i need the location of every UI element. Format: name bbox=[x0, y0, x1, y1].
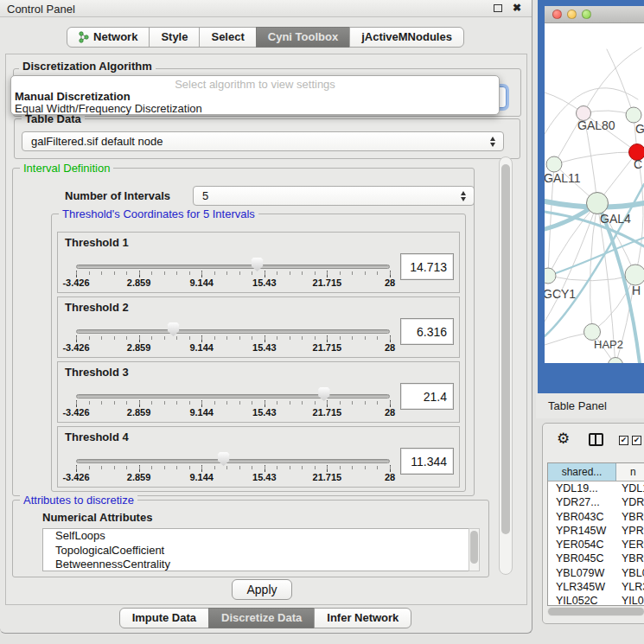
apply-button[interactable]: Apply bbox=[232, 579, 292, 600]
panel-scrollbar[interactable] bbox=[499, 156, 513, 575]
table-cell[interactable]: YPR145W bbox=[548, 524, 616, 538]
minimize-traffic-light[interactable] bbox=[567, 10, 577, 19]
threshold-slider-thumb[interactable] bbox=[167, 322, 180, 336]
scrollbar-thumb[interactable] bbox=[470, 531, 478, 564]
table-cell[interactable]: YLR345W bbox=[548, 580, 616, 594]
threshold-slider-track[interactable] bbox=[76, 394, 390, 399]
network-node[interactable] bbox=[545, 268, 556, 284]
tab-jactivemnodules[interactable]: jActiveMNodules bbox=[349, 27, 464, 48]
slider-tick-label: 21.715 bbox=[313, 342, 342, 353]
network-edge bbox=[607, 49, 634, 115]
number-of-intervals-spinner[interactable]: 5 bbox=[193, 186, 475, 206]
dropdown-item-manual-discretization[interactable]: Manual Discretization bbox=[15, 90, 131, 103]
table-header-shared-name[interactable]: shared... bbox=[548, 463, 616, 481]
tab-label: jActiveMNodules bbox=[361, 28, 452, 47]
tab-discretize-data[interactable]: Discretize Data bbox=[208, 608, 315, 628]
table-cell[interactable]: YLR3 bbox=[616, 580, 644, 594]
table-horizontal-scrollbar[interactable] bbox=[547, 607, 644, 616]
tab-select[interactable]: Select bbox=[199, 27, 256, 48]
tab-infer-network[interactable]: Infer Network bbox=[314, 608, 411, 628]
node-attribute-table[interactable]: shared... n YDL19...YDL1YDR27...YDR2YBR0… bbox=[547, 462, 644, 606]
slider-tick-label: 15.43 bbox=[252, 407, 277, 418]
tab-impute-data[interactable]: Impute Data bbox=[119, 608, 209, 628]
table-cell[interactable]: YBL079W bbox=[548, 566, 616, 580]
network-node-label: GAL11 bbox=[545, 171, 581, 185]
threshold-slider-track[interactable] bbox=[76, 329, 390, 334]
slider-tick-label: -3.426 bbox=[62, 277, 89, 288]
slider-tick-label: 28 bbox=[385, 342, 395, 353]
threshold-value-field[interactable]: 11.344 bbox=[400, 448, 454, 475]
network-node[interactable] bbox=[625, 265, 644, 285]
threshold-slider-thumb[interactable] bbox=[317, 387, 330, 401]
table-cell[interactable]: YBL0 bbox=[616, 566, 644, 580]
table-cell[interactable]: YBR045C bbox=[548, 552, 616, 565]
network-node-label: C bbox=[634, 157, 642, 171]
table-row[interactable]: YBL079WYBL0 bbox=[548, 566, 644, 580]
table-cell[interactable]: YDL19... bbox=[548, 481, 616, 495]
table-cell[interactable]: YDL1 bbox=[616, 481, 644, 495]
threshold-value-field[interactable]: 21.4 bbox=[400, 383, 454, 410]
table-row[interactable]: YDR27...YDR2 bbox=[548, 495, 644, 509]
table-cell[interactable]: YER054C bbox=[548, 538, 616, 552]
tab-style[interactable]: Style bbox=[149, 27, 200, 48]
cyni-toolbox-panel: Discretization Algorithm Select algorith… bbox=[5, 54, 527, 605]
interval-definition-group: Interval Definition Number of Intervals … bbox=[12, 168, 475, 496]
checkbox-icon[interactable]: ✔ bbox=[619, 436, 628, 445]
list-item[interactable]: SelfLoops bbox=[43, 529, 479, 544]
network-canvas[interactable]: GAL80GCGAL11GAL4GCY1HHAP2 bbox=[545, 23, 644, 363]
slider-tick-label: 2.859 bbox=[127, 277, 151, 288]
threshold-value: 14.713 bbox=[410, 254, 447, 280]
threshold-row-2: Threshold 2 -3.4262.8599.14415.4321.7152… bbox=[57, 296, 460, 358]
checkbox-icon[interactable]: ✔ bbox=[632, 436, 641, 445]
slider-tick-label: 2.859 bbox=[127, 407, 151, 418]
list-item[interactable]: TopologicalCoefficient bbox=[43, 544, 479, 558]
table-cell[interactable]: YDR27... bbox=[548, 495, 616, 509]
table-cell[interactable]: YPR1 bbox=[616, 524, 644, 538]
network-edge bbox=[554, 152, 637, 164]
table-cell[interactable]: YBR043C bbox=[548, 510, 616, 524]
table-cell[interactable]: YER0 bbox=[616, 538, 644, 552]
table-row[interactable]: YIL052CYIL0 bbox=[548, 594, 644, 606]
network-canvas-svg[interactable]: GAL80GCGAL11GAL4GCY1HHAP2 bbox=[545, 23, 644, 363]
close-icon[interactable]: ✖ bbox=[513, 2, 521, 14]
scrollbar-thumb[interactable] bbox=[501, 164, 510, 534]
threshold-value-field[interactable]: 14.713 bbox=[400, 253, 454, 280]
tab-cyni-toolbox[interactable]: Cyni Toolbox bbox=[256, 27, 350, 48]
float-window-icon[interactable] bbox=[494, 4, 502, 12]
list-item[interactable]: BetweennessCentrality bbox=[43, 558, 479, 571]
table-row[interactable]: YLR345WYLR3 bbox=[548, 580, 644, 594]
thresholds-group-label: Threshold's Coordinates for 5 Intervals bbox=[59, 207, 258, 220]
attributes-list-scrollbar[interactable] bbox=[469, 528, 480, 571]
table-row[interactable]: YBR043CYBR0 bbox=[548, 510, 644, 524]
network-node-label: G bbox=[635, 122, 644, 136]
split-columns-icon[interactable] bbox=[589, 433, 603, 446]
table-row[interactable]: YDL19...YDL1 bbox=[548, 481, 644, 495]
close-traffic-light[interactable] bbox=[552, 10, 562, 19]
table-cell[interactable]: YIL052C bbox=[548, 594, 616, 606]
table-data-combobox[interactable]: galFiltered.sif default node bbox=[22, 131, 504, 151]
table-cell[interactable]: YIL0 bbox=[616, 594, 644, 606]
numerical-attributes-list[interactable]: SelfLoops TopologicalCoefficient Between… bbox=[42, 528, 480, 571]
network-node[interactable] bbox=[626, 107, 641, 123]
slider-tick-label: 2.859 bbox=[127, 472, 151, 482]
threshold-value-field[interactable]: 6.316 bbox=[400, 318, 454, 345]
scrollbar-thumb[interactable] bbox=[548, 608, 644, 615]
gear-icon[interactable]: ⚙ bbox=[557, 430, 570, 448]
threshold-slider-track[interactable] bbox=[76, 459, 390, 463]
table-cell[interactable]: YDR2 bbox=[616, 495, 644, 509]
network-node[interactable] bbox=[587, 193, 609, 214]
dropdown-item-equal-width-frequency[interactable]: Equal Width/Frequency Discretization bbox=[15, 102, 202, 115]
zoom-traffic-light[interactable] bbox=[582, 10, 591, 19]
table-header-name[interactable]: n bbox=[616, 463, 644, 481]
table-cell[interactable]: YBR0 bbox=[616, 510, 644, 524]
table-cell[interactable]: YBR0 bbox=[616, 552, 644, 565]
table-row[interactable]: YPR145WYPR1 bbox=[548, 524, 644, 538]
network-node[interactable] bbox=[546, 156, 562, 172]
tab-network[interactable]: Network bbox=[67, 27, 150, 48]
threshold-slider-thumb[interactable] bbox=[251, 258, 264, 271]
threshold-row-3: Threshold 3 -3.4262.8599.14415.4321.7152… bbox=[57, 361, 460, 423]
table-row[interactable]: YER054CYER0 bbox=[548, 538, 644, 552]
table-row[interactable]: YBR045CYBR0 bbox=[548, 552, 644, 565]
threshold-slider-track[interactable] bbox=[76, 265, 390, 269]
threshold-slider-thumb[interactable] bbox=[217, 452, 230, 466]
